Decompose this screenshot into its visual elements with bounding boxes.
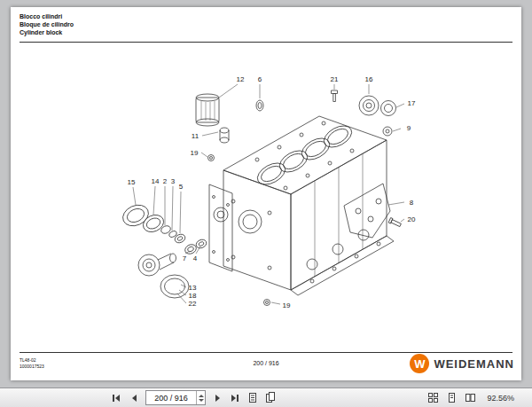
page-spinner[interactable] bbox=[196, 391, 205, 404]
last-page-button[interactable] bbox=[227, 390, 243, 405]
weidemann-logo-icon: W bbox=[410, 354, 429, 373]
facing-pages-icon bbox=[465, 392, 476, 403]
page-input[interactable] bbox=[146, 392, 196, 403]
next-view-icon bbox=[265, 392, 276, 403]
prev-page-icon bbox=[132, 395, 137, 402]
title-italian: Blocco cilindri bbox=[20, 12, 74, 20]
document-page: Blocco cilindri Bloque de cilindro Cylin… bbox=[11, 7, 521, 380]
prev-view-icon bbox=[247, 392, 258, 403]
brand-initial: W bbox=[414, 357, 425, 371]
single-page-button[interactable] bbox=[443, 390, 459, 405]
prev-page-button[interactable] bbox=[126, 390, 142, 405]
facing-pages-button[interactable] bbox=[462, 390, 478, 405]
thumbnails-button[interactable] bbox=[425, 390, 441, 405]
spinner-down-icon bbox=[199, 399, 204, 402]
thumbnails-grid-icon bbox=[427, 392, 439, 403]
next-view-button[interactable] bbox=[262, 390, 278, 405]
viewer-toolbar: 92.56% bbox=[0, 387, 532, 407]
zoom-level: 92.56% bbox=[487, 394, 514, 403]
prev-view-button[interactable] bbox=[245, 390, 261, 405]
page-input-box bbox=[145, 390, 206, 405]
next-page-button[interactable] bbox=[209, 390, 225, 405]
page-header: Blocco cilindri Bloque de cilindro Cylin… bbox=[20, 12, 74, 36]
brand-logo: W WEIDEMANN bbox=[410, 354, 514, 373]
brand-name: WEIDEMANN bbox=[434, 357, 514, 371]
spinner-up-icon bbox=[199, 395, 204, 397]
footer-divider bbox=[20, 352, 512, 353]
header-divider bbox=[20, 42, 512, 43]
single-page-icon bbox=[446, 392, 458, 403]
first-page-button[interactable] bbox=[108, 390, 124, 405]
title-spanish: Bloque de cilindro bbox=[20, 20, 74, 28]
page-navigation bbox=[108, 390, 278, 405]
last-page-icon bbox=[231, 395, 236, 402]
title-english: Cylinder block bbox=[20, 28, 74, 36]
first-page-icon bbox=[113, 395, 114, 402]
pdf-viewer: Blocco cilindri Bloque de cilindro Cylin… bbox=[0, 0, 532, 407]
next-page-icon bbox=[215, 395, 220, 402]
view-controls: 92.56% bbox=[425, 390, 514, 405]
